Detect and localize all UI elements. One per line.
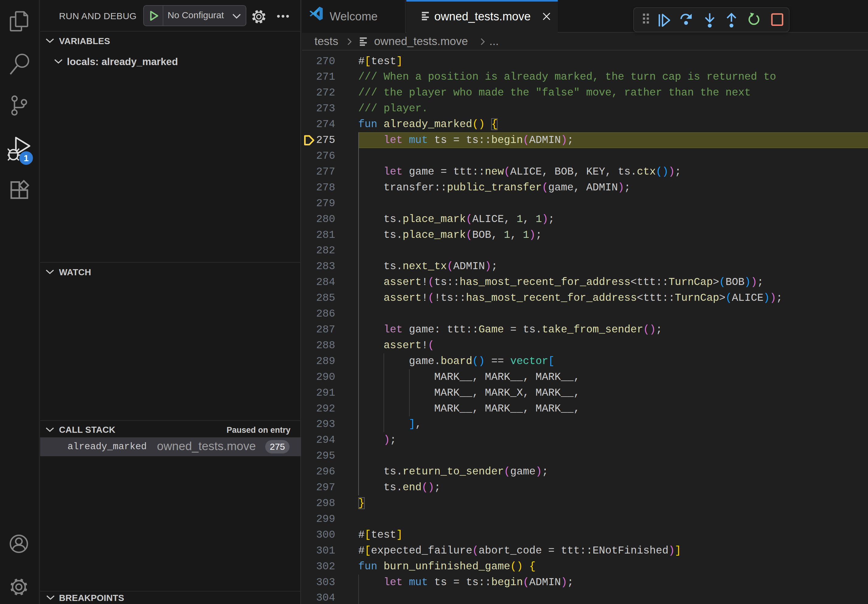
svg-text:1: 1 <box>24 153 29 163</box>
